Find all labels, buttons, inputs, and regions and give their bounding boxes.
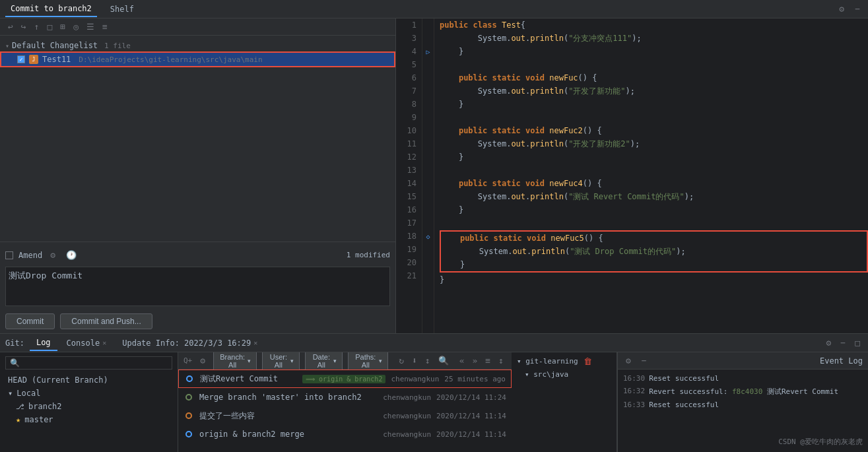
local-arrow[interactable]: ▾ bbox=[8, 389, 13, 398]
line-num-17: 17 bbox=[396, 216, 417, 230]
code-line-16: } bbox=[440, 203, 868, 216]
delete-icon[interactable]: 🗑 bbox=[581, 355, 595, 368]
git-files-panel: ▾ git-learning 🗑 ▾ src\java bbox=[512, 352, 617, 452]
amend-settings-icon[interactable]: ⚙ bbox=[48, 249, 58, 261]
move-up-icon[interactable]: ↑ bbox=[32, 20, 42, 33]
event-text-1: Revert successful: f8c4030 测试Revert Comm… bbox=[649, 387, 838, 397]
file-icon: J bbox=[29, 55, 38, 64]
gutter: ▷ ◇ bbox=[422, 18, 434, 333]
branch-icon-branch2: ⎇ bbox=[16, 403, 24, 411]
event-log-minus[interactable]: − bbox=[639, 354, 650, 367]
event-entry-0: 16:30 Reset successful bbox=[618, 372, 868, 385]
log-action-icons: ↻ ⬇ ↕ 🔍 bbox=[396, 354, 451, 367]
settings-icon[interactable]: ⚙ bbox=[836, 3, 847, 15]
code-line-15: System.out.println("测试 Revert Commit的代码"… bbox=[440, 190, 868, 203]
log-more-icon[interactable]: ↕ bbox=[422, 354, 433, 367]
commit-row-1[interactable]: Merge branch 'master' into branch2 chenw… bbox=[178, 388, 512, 406]
line-num-10: 10 bbox=[396, 124, 417, 137]
filter-date[interactable]: Date: All ▾ bbox=[305, 352, 343, 370]
changelist-file-count: 1 file bbox=[104, 42, 131, 50]
event-commit-hash: f8c4030 bbox=[732, 387, 762, 396]
gutter-9 bbox=[422, 111, 434, 124]
commit-author-1: chenwangkun bbox=[383, 393, 431, 402]
tab-update-info[interactable]: Update Info: 2022/3/3 16:29 ✕ bbox=[116, 336, 264, 350]
changelist-arrow: ▾ bbox=[5, 42, 9, 49]
tab-commit[interactable]: Commit to branch2 bbox=[5, 1, 97, 17]
file-checkbox[interactable]: ✓ bbox=[17, 55, 25, 63]
commit-time-0: 25 minutes ago bbox=[444, 375, 506, 383]
amend-history-icon[interactable]: 🕐 bbox=[63, 249, 79, 261]
navigate-left-icon[interactable]: « bbox=[457, 354, 467, 367]
expand-icon[interactable]: ≡ bbox=[100, 20, 110, 33]
expand3-icon[interactable]: ↕ bbox=[496, 354, 506, 367]
commit-button[interactable]: Commit bbox=[5, 313, 55, 329]
commit-graph-0 bbox=[184, 375, 195, 382]
commit-graph-1 bbox=[184, 394, 194, 401]
tab-log[interactable]: Log bbox=[30, 335, 57, 351]
commit-dot-0 bbox=[186, 375, 193, 382]
code-line-6: public static void newFuc() { bbox=[440, 71, 868, 84]
code-line-1: public class Test{ bbox=[440, 18, 868, 32]
amend-row: Amend ⚙ 🕐 1 modified bbox=[5, 246, 390, 264]
line-num-6: 6 bbox=[396, 71, 417, 84]
bottom-minus-icon[interactable]: − bbox=[838, 337, 848, 349]
code-lines: public class Test{ System.out.println("分… bbox=[434, 18, 868, 333]
minimize-icon[interactable]: − bbox=[852, 3, 863, 15]
refresh-icon[interactable]: ⊞ bbox=[57, 20, 68, 33]
filter-paths[interactable]: Paths: All ▾ bbox=[348, 352, 388, 370]
shelve-icon[interactable]: □ bbox=[44, 20, 55, 33]
refresh-log-icon[interactable]: ↻ bbox=[396, 354, 407, 367]
file-item-test11[interactable]: ✓ J Test11 D:\ideaProjects\git-learning\… bbox=[0, 51, 395, 67]
fetch-icon[interactable]: ⬇ bbox=[409, 354, 420, 367]
modified-badge: 1 modified bbox=[347, 251, 390, 259]
local-group: ▾ Local bbox=[0, 387, 178, 400]
head-branch-item[interactable]: HEAD (Current Branch) bbox=[0, 373, 178, 387]
amend-label: Amend bbox=[18, 251, 42, 260]
changelist-header[interactable]: ▾ Default Changelist 1 file bbox=[0, 40, 395, 51]
local-label: Local bbox=[17, 389, 40, 398]
code-line-19: System.out.println("测试 Drop Commit的代码"); bbox=[441, 245, 867, 258]
event-entries: 16:30 Reset successful 16:32 Revert succ… bbox=[618, 370, 868, 452]
filter-branch[interactable]: Branch: All ▾ bbox=[213, 352, 257, 370]
gutter-4[interactable]: ▷ bbox=[422, 45, 434, 58]
navigate-right-icon[interactable]: » bbox=[470, 354, 481, 367]
tab-console[interactable]: Console ✕ bbox=[60, 336, 114, 350]
align-icon[interactable]: ≡ bbox=[483, 354, 493, 367]
commit-row-3[interactable]: origin & branch2 merge chenwangkun 2020/… bbox=[178, 425, 512, 443]
commit-dot-1 bbox=[185, 394, 192, 401]
bottom-expand2-icon[interactable]: □ bbox=[852, 337, 863, 349]
tab-shelf[interactable]: Shelf bbox=[105, 2, 139, 16]
bottom-right-tools: ⚙ − □ bbox=[824, 337, 863, 349]
amend-checkbox[interactable] bbox=[5, 251, 13, 259]
console-close-icon[interactable]: ✕ bbox=[102, 339, 106, 346]
log-search-icon[interactable]: 🔍 bbox=[436, 354, 451, 367]
top-bar: Commit to branch2 Shelf ⚙ − bbox=[0, 0, 868, 18]
branch2-item[interactable]: ⎇ branch2 bbox=[0, 400, 178, 413]
commit-push-button[interactable]: Commit and Push... bbox=[60, 313, 152, 329]
tab-log-label: Log bbox=[36, 338, 51, 347]
files-header: ▾ git-learning 🗑 bbox=[517, 355, 611, 368]
event-log-settings[interactable]: ⚙ bbox=[623, 354, 634, 367]
update-close-icon[interactable]: ✕ bbox=[253, 339, 257, 346]
filter-settings-icon[interactable]: ⚙ bbox=[197, 354, 208, 367]
search-input[interactable] bbox=[22, 358, 168, 368]
redo-icon[interactable]: ↪ bbox=[18, 20, 29, 33]
gutter-5 bbox=[422, 58, 434, 71]
line-num-7: 7 bbox=[396, 84, 417, 98]
commit-message-input[interactable]: 测试Drop Commit bbox=[5, 267, 390, 306]
commit-msg-1: Merge branch 'master' into branch2 bbox=[199, 393, 378, 402]
filter-user[interactable]: User: All ▾ bbox=[262, 352, 300, 370]
commit-row-2[interactable]: 提交了一些内容 chenwangkun 2020/12/14 11:14 bbox=[178, 406, 512, 425]
master-item[interactable]: ★ master bbox=[0, 413, 178, 426]
undo-icon[interactable]: ↩ bbox=[5, 20, 16, 33]
line-numbers: 1 3 4 5 6 7 8 9 10 11 12 13 14 15 16 17 … bbox=[396, 18, 422, 333]
gutter-14 bbox=[422, 177, 434, 190]
commit-author-3: chenwangkun bbox=[383, 430, 431, 439]
code-line-17 bbox=[440, 216, 868, 230]
commit-row-0[interactable]: 测试Revert Commit ⟹ origin & branch2 chenw… bbox=[178, 370, 512, 388]
list-icon[interactable]: ☰ bbox=[84, 20, 97, 33]
eye-icon[interactable]: ◎ bbox=[71, 20, 81, 33]
code-line-13 bbox=[440, 164, 868, 177]
event-time-0: 16:30 bbox=[623, 374, 645, 383]
bottom-settings-icon[interactable]: ⚙ bbox=[824, 337, 834, 349]
